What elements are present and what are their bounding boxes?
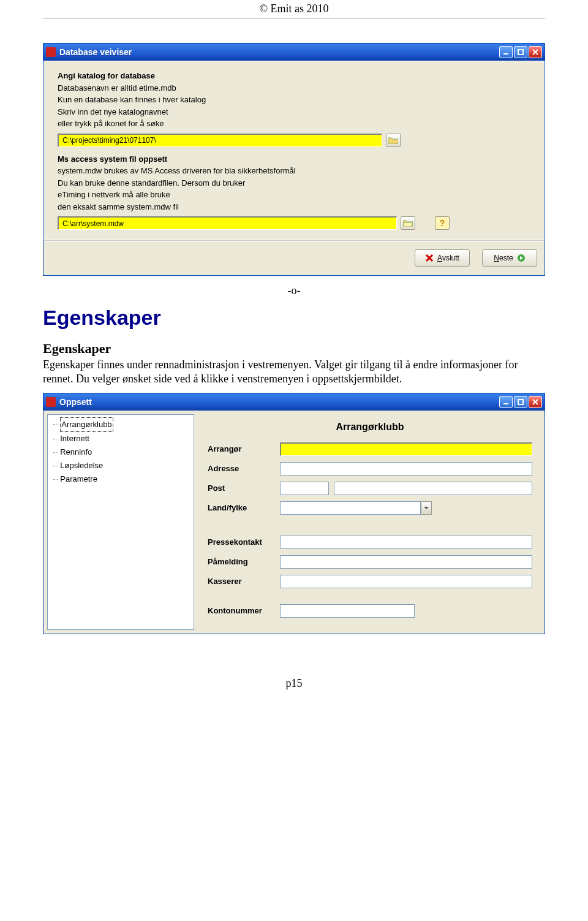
tree-item-arrangorklubb[interactable]: ····Arrangørklubb (51, 417, 190, 432)
landfylke-input[interactable] (280, 501, 421, 515)
tree-item-renninfo[interactable]: ····Renninfo (51, 445, 190, 459)
label-kontonummer: Kontonummer (208, 606, 275, 615)
landfylke-combo[interactable] (280, 501, 432, 515)
folder-icon (388, 137, 398, 144)
close-icon (532, 48, 539, 56)
folder-open-icon (403, 219, 413, 227)
page-footer: p15 (0, 677, 588, 690)
close-button[interactable] (529, 46, 542, 58)
mdw-line1: system.mdw brukes av MS Access driveren … (58, 166, 296, 175)
catalog-path-input[interactable] (58, 134, 382, 147)
mdw-line4: den eksakt samme system.mdw fil (58, 202, 179, 211)
mdw-line2: Du kan bruke denne standardfilen. Dersom… (58, 178, 245, 188)
minimize-icon (502, 48, 510, 56)
form-panel: Arrangørklubb Arrangør Adresse Post Land… (199, 414, 541, 630)
pamelding-input[interactable] (280, 555, 532, 569)
tree-item-lopsledelse[interactable]: ····Løpsledelse (51, 459, 190, 472)
label-pamelding: Påmelding (208, 557, 275, 566)
chevron-down-icon (424, 506, 429, 510)
main-heading: Egenskaper (43, 306, 545, 330)
window-title-oppsett: Oppsett (59, 397, 496, 407)
section-heading-2: Ms access system fil oppsett (58, 154, 167, 164)
post-city-input[interactable] (334, 482, 532, 495)
sub-heading: Egenskaper (43, 341, 545, 357)
help-button[interactable]: ? (435, 216, 450, 230)
maximize-icon (517, 48, 524, 56)
section-heading-1: Angi katalog for database (58, 71, 155, 80)
svg-rect-1 (518, 50, 523, 55)
line-write-catalog: Skriv inn det nye katalognavnet (58, 107, 168, 116)
tree-item-internett[interactable]: ····Internett (51, 432, 190, 445)
minimize-button[interactable] (499, 396, 513, 408)
label-post: Post (208, 483, 275, 493)
close-icon (532, 398, 539, 406)
page-header: © Emit as 2010 (0, 0, 588, 17)
post-code-input[interactable] (280, 482, 329, 495)
section-divider: -o- (43, 284, 545, 297)
nav-tree: ····Arrangørklubb ····Internett ····Renn… (47, 414, 194, 630)
arrangor-input[interactable] (280, 442, 532, 456)
oppsett-window: Oppsett ····Arrangørklubb ····Internett … (43, 393, 545, 634)
x-icon (425, 254, 434, 262)
app-icon (46, 397, 56, 407)
browse-mdw-button[interactable] (401, 216, 415, 230)
titlebar-oppsett[interactable]: Oppsett (43, 393, 545, 411)
next-button-label: este (499, 254, 513, 262)
kontonummer-input[interactable] (280, 604, 415, 618)
browse-catalog-button[interactable] (386, 134, 401, 147)
line-one-db: Kun en database kan finnes i hver katalo… (58, 95, 206, 104)
arrow-right-icon (517, 254, 526, 262)
database-wizard-window: Database veiviser Angi katalog for datab… (43, 43, 545, 276)
pressekontakt-input[interactable] (280, 536, 532, 549)
minimize-button[interactable] (499, 46, 513, 58)
titlebar[interactable]: Database veiviser (43, 44, 545, 61)
adresse-input[interactable] (280, 462, 532, 476)
tree-item-parametre[interactable]: ····Parametre (51, 472, 190, 486)
next-button[interactable]: Neste (482, 249, 537, 267)
maximize-button[interactable] (514, 396, 527, 408)
line-or-click: eller trykk på ikonet for å søke (58, 119, 164, 128)
kasserer-input[interactable] (280, 575, 532, 588)
minimize-icon (502, 398, 510, 406)
mdw-line3: eTiming i nettverk må alle bruke (58, 190, 170, 199)
body-paragraph: Egenskaper finnes under rennadministrasj… (43, 358, 545, 387)
svg-rect-8 (518, 400, 523, 404)
maximize-button[interactable] (514, 46, 527, 58)
label-kasserer: Kasserer (208, 577, 275, 586)
label-pressekontakt: Pressekontakt (208, 537, 275, 547)
system-mdw-input[interactable] (58, 216, 397, 230)
line-db-name: Databasenavn er alltid etime.mdb (58, 83, 176, 93)
window-title: Database veiviser (59, 47, 496, 57)
landfylke-dropdown-button[interactable] (421, 501, 432, 515)
app-icon (46, 47, 56, 57)
label-arrangor: Arrangør (208, 444, 275, 453)
button-bar: AAvsluttvslutt Neste (43, 240, 545, 275)
cancel-button[interactable]: AAvsluttvslutt (415, 249, 470, 267)
maximize-icon (517, 398, 524, 406)
label-adresse: Adresse (208, 464, 275, 473)
close-button[interactable] (529, 396, 542, 408)
label-landfylke: Land/fylke (208, 503, 275, 512)
form-title: Arrangørklubb (208, 422, 532, 433)
